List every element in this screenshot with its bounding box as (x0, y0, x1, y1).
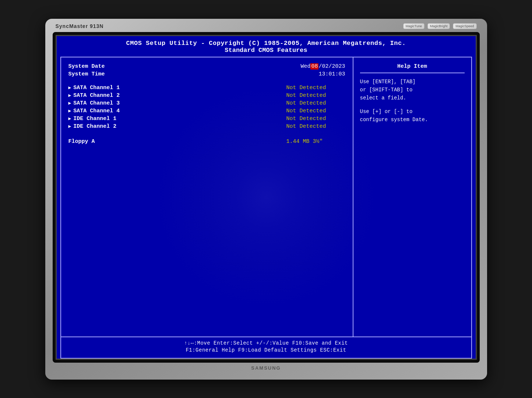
monitor: SyncMaster 913N MagicTune MagicBright Ma… (45, 19, 487, 380)
monitor-brand: SyncMaster 913N (56, 23, 104, 29)
channel-value-0: Not Detected (286, 85, 345, 91)
channel-arrow-5: ▶ (68, 123, 71, 129)
system-date-row: System Date Wed 08/02/2023 (68, 63, 345, 70)
bios-screen: CMOS Setup Utility - Copyright (C) 1985-… (56, 35, 477, 360)
help-line6: configure system Date. (360, 116, 465, 124)
bios-content-border: System Date Wed 08/02/2023 System Time 1… (60, 57, 472, 359)
help-line2: or [SHIFT-TAB] to (360, 86, 465, 94)
bios-title-line2: Standard CMOS Features (63, 47, 470, 54)
channel-arrow-3: ▶ (68, 108, 71, 114)
footer-line1: ↑↓↔:Move Enter:Select +/-/:Value F10:Sav… (68, 340, 464, 346)
monitor-top-bar: SyncMaster 913N MagicTune MagicBright Ma… (53, 22, 480, 30)
screen-bezel: CMOS Setup Utility - Copyright (C) 1985-… (53, 32, 480, 363)
help-text: Use [ENTER], [TAB] or [SHIFT-TAB] to sel… (360, 78, 465, 124)
floppy-value: 1.44 MB 3½" (286, 138, 345, 145)
help-line1: Use [ENTER], [TAB] (360, 78, 465, 86)
floppy-row: Floppy A 1.44 MB 3½" (68, 138, 345, 145)
channel-row-3[interactable]: ▶SATA Channel 4Not Detected (68, 108, 345, 114)
monitor-logos: MagicTune MagicBright MagicSpeed (403, 23, 477, 29)
system-time-row: System Time 13:01:03 (68, 71, 345, 77)
channel-row-2[interactable]: ▶SATA Channel 3Not Detected (68, 100, 345, 106)
bios-footer: ↑↓↔:Move Enter:Select +/-/:Value F10:Sav… (61, 337, 471, 358)
help-line5: Use [+] or [-] to (360, 108, 465, 116)
channel-label-0: SATA Channel 1 (73, 85, 286, 91)
bios-main: System Date Wed 08/02/2023 System Time 1… (61, 57, 471, 337)
date-highlight[interactable]: 08 (310, 63, 318, 70)
bios-right-panel: Help Item Use [ENTER], [TAB] or [SHIFT-T… (353, 57, 471, 337)
date-prefix: Wed (300, 63, 310, 70)
channel-value-1: Not Detected (286, 92, 345, 99)
channel-arrow-1: ▶ (68, 92, 71, 98)
channel-arrow-4: ▶ (68, 116, 71, 121)
bios-left-panel: System Date Wed 08/02/2023 System Time 1… (61, 57, 353, 337)
monitor-bottom: SAMSUNG (53, 363, 480, 372)
system-date-label: System Date (68, 63, 105, 70)
help-spacer (360, 102, 465, 108)
channel-label-2: SATA Channel 3 (73, 100, 286, 106)
channel-value-4: Not Detected (286, 116, 345, 122)
channel-value-5: Not Detected (286, 123, 345, 130)
channel-row-5[interactable]: ▶IDE Channel 2Not Detected (68, 123, 345, 130)
channels-list: ▶SATA Channel 1Not Detected▶SATA Channel… (68, 85, 345, 130)
channel-row-0[interactable]: ▶SATA Channel 1Not Detected (68, 85, 345, 91)
channel-arrow-0: ▶ (68, 85, 71, 91)
floppy-label: Floppy A (68, 138, 286, 145)
help-title: Help Item (360, 63, 465, 73)
date-suffix: /02/2023 (318, 63, 345, 70)
system-date-value: Wed 08/02/2023 (300, 63, 345, 70)
monitor-brand-bottom: SAMSUNG (251, 365, 281, 371)
channel-value-3: Not Detected (286, 108, 345, 114)
bios-title-line1: CMOS Setup Utility - Copyright (C) 1985-… (63, 40, 470, 47)
logo-magicspeed: MagicSpeed (453, 23, 476, 29)
logo-magicbright: MagicBright (427, 23, 450, 29)
channel-label-5: IDE Channel 2 (73, 123, 286, 130)
logo-magictune: MagicTune (403, 23, 424, 29)
channel-label-4: IDE Channel 1 (73, 116, 286, 122)
channel-row-4[interactable]: ▶IDE Channel 1Not Detected (68, 116, 345, 122)
help-line3: select a field. (360, 94, 465, 102)
channel-label-1: SATA Channel 2 (73, 92, 286, 99)
system-time-label: System Time (68, 71, 105, 77)
channel-arrow-2: ▶ (68, 100, 71, 106)
channel-row-1[interactable]: ▶SATA Channel 2Not Detected (68, 92, 345, 99)
channel-value-2: Not Detected (286, 100, 345, 106)
bios-header: CMOS Setup Utility - Copyright (C) 1985-… (57, 36, 476, 57)
footer-line2: F1:General Help F9:Load Default Settings… (68, 347, 464, 353)
channel-label-3: SATA Channel 4 (73, 108, 286, 114)
system-time-value: 13:01:03 (318, 71, 345, 77)
